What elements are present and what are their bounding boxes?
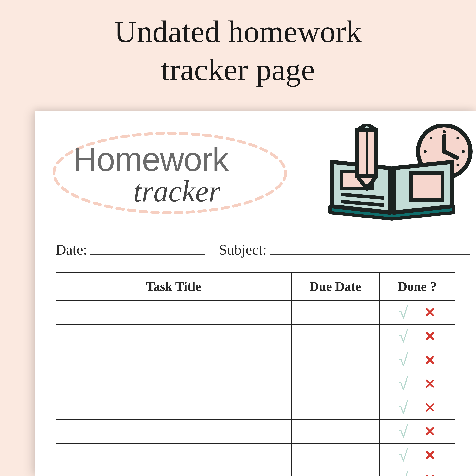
page-heading: Undated homeworktracker page — [0, 13, 476, 89]
task-cell — [56, 324, 291, 348]
due-cell — [291, 372, 379, 396]
svg-point-7 — [424, 150, 427, 153]
task-cell — [56, 301, 291, 324]
pencil-icon — [357, 124, 376, 189]
check-icon: √ — [399, 326, 408, 346]
svg-point-9 — [429, 137, 432, 139]
due-cell — [291, 443, 379, 467]
table-row: √✕ — [56, 348, 455, 372]
svg-point-12 — [457, 164, 459, 166]
done-cell: √✕ — [379, 301, 455, 324]
subject-underline — [270, 244, 470, 255]
check-icon: √ — [399, 302, 408, 323]
sheet-logo: Homework tracker — [49, 129, 290, 217]
table-row: √✕ — [56, 396, 455, 420]
task-cell — [56, 396, 291, 420]
col-due-date: Due Date — [291, 272, 379, 301]
check-icon: √ — [399, 350, 408, 370]
task-cell — [56, 420, 291, 443]
date-underline — [90, 244, 204, 255]
done-cell: √✕ — [379, 324, 455, 348]
cross-icon: ✕ — [424, 376, 436, 392]
table-row: √✕ — [56, 467, 455, 476]
due-cell — [291, 301, 379, 324]
svg-point-4 — [442, 149, 447, 154]
done-cell: √✕ — [379, 467, 455, 476]
done-cell: √✕ — [379, 396, 455, 420]
subject-field: Subject: — [219, 241, 470, 258]
sheet-header: Homework tracker — [55, 125, 455, 227]
table-row: √✕ — [56, 420, 455, 443]
cross-icon: ✕ — [424, 447, 436, 463]
task-cell — [56, 467, 291, 476]
logo-word-tracker: tracker — [73, 178, 228, 205]
tracker-sheet: Homework tracker — [35, 111, 476, 476]
table-row: √✕ — [56, 301, 455, 324]
logo-word-homework: Homework — [73, 143, 228, 176]
due-cell — [291, 396, 379, 420]
svg-point-10 — [457, 137, 459, 139]
tracker-table: Task Title Due Date Done ? √✕√✕√✕√✕√✕√✕√… — [55, 272, 455, 476]
check-icon: √ — [399, 469, 408, 476]
col-task-title: Task Title — [56, 272, 291, 301]
table-row: √✕ — [56, 372, 455, 396]
done-cell: √✕ — [379, 348, 455, 372]
cross-icon: ✕ — [424, 352, 436, 368]
subject-label: Subject: — [219, 241, 267, 258]
cross-icon: ✕ — [424, 423, 436, 440]
due-cell — [291, 467, 379, 476]
task-cell — [56, 443, 291, 467]
due-cell — [291, 420, 379, 443]
svg-point-5 — [443, 130, 446, 133]
date-field: Date: — [55, 241, 204, 258]
cross-icon: ✕ — [424, 328, 436, 344]
done-cell: √✕ — [379, 443, 455, 467]
due-cell — [291, 348, 379, 372]
done-cell: √✕ — [379, 420, 455, 443]
table-row: √✕ — [56, 324, 455, 348]
check-icon: √ — [399, 445, 408, 465]
check-icon: √ — [399, 398, 408, 418]
cross-icon: ✕ — [424, 471, 436, 476]
svg-rect-17 — [411, 173, 443, 200]
meta-row: Date: Subject: — [55, 241, 455, 258]
homework-art-icon — [317, 124, 473, 225]
check-icon: √ — [399, 421, 408, 442]
book-icon — [330, 162, 454, 219]
svg-point-6 — [462, 150, 465, 153]
table-row: √✕ — [56, 443, 455, 467]
col-done: Done ? — [379, 272, 455, 301]
cross-icon: ✕ — [424, 304, 436, 321]
task-cell — [56, 372, 291, 396]
date-label: Date: — [55, 241, 87, 258]
check-icon: √ — [399, 374, 408, 394]
due-cell — [291, 324, 379, 348]
done-cell: √✕ — [379, 372, 455, 396]
task-cell — [56, 348, 291, 372]
cross-icon: ✕ — [424, 400, 436, 416]
